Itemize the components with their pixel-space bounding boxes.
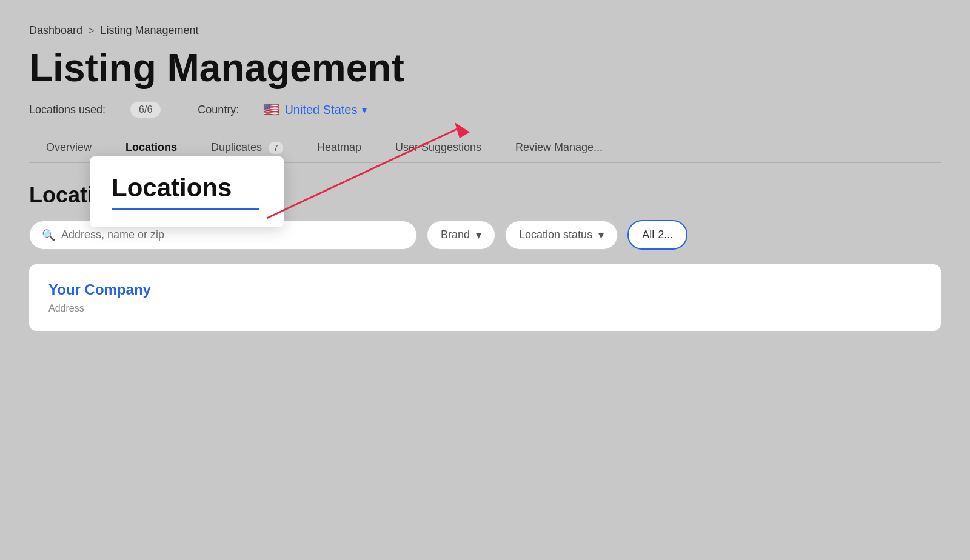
breadcrumb-home[interactable]: Dashboard bbox=[29, 24, 82, 37]
breadcrumb-current: Listing Management bbox=[100, 24, 198, 37]
brand-label: Brand bbox=[441, 228, 470, 241]
breadcrumb: Dashboard > Listing Management bbox=[29, 24, 941, 37]
location-status-chevron-icon: ▾ bbox=[598, 228, 604, 242]
brand-chevron-icon: ▾ bbox=[476, 228, 481, 242]
page-title: Listing Management bbox=[29, 47, 941, 89]
breadcrumb-separator: > bbox=[89, 25, 94, 36]
tab-heatmap[interactable]: Heatmap bbox=[300, 133, 378, 162]
meta-row: Locations used: 6/6 Country: 🇺🇸 United S… bbox=[29, 101, 941, 118]
brand-dropdown[interactable]: Brand ▾ bbox=[427, 221, 495, 250]
duplicates-badge: 7 bbox=[269, 142, 283, 154]
tab-user-suggestions[interactable]: User Suggestions bbox=[378, 133, 498, 162]
all-filter-count: 2... bbox=[658, 228, 673, 241]
tooltip-underline bbox=[112, 208, 259, 210]
locations-used-label: Locations used: bbox=[29, 104, 105, 116]
country-selector[interactable]: 🇺🇸 United States ▾ bbox=[263, 102, 367, 118]
company-name[interactable]: Your Company bbox=[48, 281, 921, 298]
location-status-dropdown[interactable]: Location status ▾ bbox=[505, 221, 618, 250]
company-card: Your Company Address bbox=[29, 264, 941, 331]
tooltip-title: Locations bbox=[112, 173, 259, 202]
tooltip-popup: Locations bbox=[90, 156, 284, 227]
locations-used-badge: 6/6 bbox=[130, 101, 161, 118]
search-input[interactable] bbox=[61, 228, 404, 241]
search-icon: 🔍 bbox=[42, 228, 55, 242]
location-status-label: Location status bbox=[519, 228, 592, 241]
country-label: Country: bbox=[198, 104, 239, 116]
chevron-down-icon: ▾ bbox=[362, 104, 367, 116]
all-filter-label: All bbox=[642, 228, 654, 241]
address-label: Address bbox=[48, 303, 921, 314]
all-filter-button[interactable]: All 2... bbox=[627, 220, 687, 250]
country-name: United States bbox=[284, 103, 357, 117]
flag-icon: 🇺🇸 bbox=[263, 102, 279, 118]
tab-review-manage[interactable]: Review Manage... bbox=[498, 133, 620, 162]
